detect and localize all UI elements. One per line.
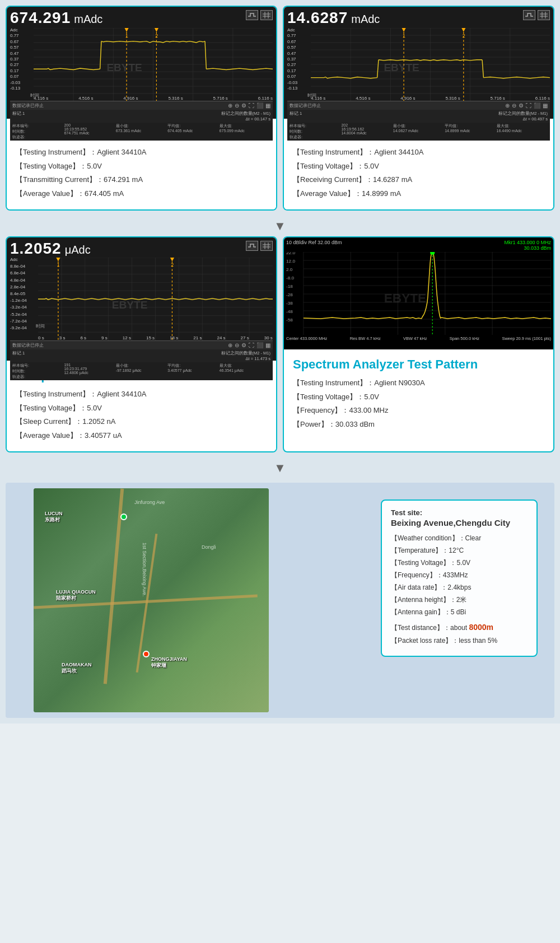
- map-section: LUCUN东路村 LUJIA QIAOCUN陆家桥村 DAOMAKAN蹈马坎 Z…: [6, 483, 554, 718]
- svg-text:2: 2: [155, 32, 158, 39]
- export-icon[interactable]: ⬛: [256, 102, 263, 109]
- transmit-instrument-line: 【Testing Instrument】：Aglient 34410A: [16, 147, 267, 158]
- transmit-x-labels: 4.116 s 4.516 s 4.916 s 5.316 s 5.716 s …: [34, 96, 273, 101]
- voltage-label: 【Testing Voltage】：5.0V: [16, 162, 102, 170]
- settings-icon3[interactable]: ⚙: [241, 342, 246, 348]
- y-label: -3.2e-04: [10, 305, 38, 310]
- transmit-value: 674.291: [10, 9, 71, 27]
- y-label: 8.4e-05: [10, 292, 38, 296]
- y-label: -1.2e-04: [10, 298, 38, 303]
- y-label: 6.8e-04: [10, 271, 38, 276]
- spectrum-chart-panel: 10 dBldiv Ref 32.00 dBm Mkr1 433.000 0 M…: [284, 237, 553, 349]
- map-site-title: Test site:: [391, 508, 528, 517]
- x-label: 3 s: [59, 335, 66, 340]
- map-voltage-line: 【Testing Voltage】：5.0V: [391, 558, 528, 568]
- zoom-in-icon[interactable]: ⊕: [228, 102, 232, 109]
- receive-svg-area: 1 2 EBYTE: [311, 28, 550, 101]
- marker-delta-label: 标记之间的数量(M2 - M1)Δt = 00.147 s: [116, 111, 270, 122]
- receive-stats-row: 样本编号:时间数:轨迹器: 20216:19:56.16214.8004 mAd…: [287, 123, 550, 141]
- transmit-chart-panel: 674.291 mAdc Adc 0.77 0.67 0.57 0.47 0.3…: [7, 7, 276, 119]
- min-label3: 最小值:-97.1892 μAdc: [116, 363, 167, 380]
- svg-text:1: 1: [57, 262, 60, 268]
- sample-label2: 样本编号:时间数:轨迹器:: [290, 123, 340, 140]
- fit-icon2[interactable]: ⛶: [526, 102, 531, 109]
- spectrum-info-panel: Spectrum Analyzer Test Pattern 【Testing …: [284, 349, 553, 440]
- marker-empty: [64, 111, 115, 122]
- sleep-instrument-line: 【Testing Instrument】：Aglient 34410A: [16, 389, 267, 400]
- zoom-out-icon2[interactable]: ⊖: [512, 102, 516, 109]
- sample-label: 样本编号:时间数:轨迹器:: [12, 123, 63, 140]
- grid4-icon[interactable]: ▦: [265, 342, 270, 348]
- sleep-x-axis-label: 时间: [36, 323, 45, 329]
- map-pktloss-line: 【Packet loss rate】：less than 5%: [391, 636, 528, 646]
- receive-voltage-line: 【Testing Voltage】：5.0V: [293, 161, 544, 172]
- zoom-out-icon[interactable]: ⊖: [235, 102, 239, 109]
- export-icon2[interactable]: ⬛: [534, 102, 540, 109]
- spectrum-ref: Ref 32.00 dBm: [309, 240, 342, 245]
- transmit-chart-icons: [246, 10, 273, 20]
- sleep-chart-panel: 1.2052 μAdc Adc 8.8e-04 6.8e-04 4.8e-04 …: [7, 237, 276, 361]
- grid-icon: [260, 10, 273, 20]
- sleep-x-labels: 0 s 3 s 6 s 9 s 12 s 15 s 18 s 21 s 24 s…: [38, 335, 273, 340]
- svg-marker-76: [56, 258, 60, 262]
- svg-marker-49: [461, 28, 465, 32]
- fit-icon3[interactable]: ⛶: [249, 342, 254, 348]
- y-label: 0.17: [10, 69, 34, 73]
- x-label: 21 s: [193, 335, 202, 340]
- spectrum-resbw: Res BW 4.7 kHz: [350, 336, 381, 341]
- receive-x-axis-label: 时间: [307, 92, 316, 99]
- x-label: 5.316 s: [168, 96, 183, 101]
- svg-text:2: 2: [171, 262, 174, 268]
- zoom-out-icon3[interactable]: ⊖: [235, 342, 239, 348]
- transmit-stats-header: 标记 1 标记之间的数量(M2 - M1)Δt = 00.147 s: [10, 110, 273, 123]
- map-antgain-line: 【Antenna gain】：5 dBi: [391, 607, 528, 617]
- footer-label3: 数据记录已停止: [12, 342, 44, 348]
- fit-icon[interactable]: ⛶: [249, 102, 254, 109]
- spectrum-footer: Center 433.0000 MHz Res BW 4.7 kHz VBW 4…: [286, 336, 551, 341]
- zoom-in-icon2[interactable]: ⊕: [505, 102, 510, 109]
- zoom-in-icon3[interactable]: ⊕: [228, 342, 232, 348]
- svg-text:-8.0: -8.0: [286, 276, 295, 281]
- sleep-chart-icons: [246, 241, 273, 251]
- svg-text:2.0: 2.0: [286, 267, 293, 272]
- x-label: 5.316 s: [445, 96, 460, 101]
- grid3-icon[interactable]: ▦: [543, 102, 548, 109]
- y-label: 4.8e-04: [10, 278, 38, 283]
- transmit-voltage-line: 【Testing Voltage】：5.0V: [16, 161, 267, 172]
- map-marker-end: [143, 651, 150, 657]
- max-label3: 最大值:46.3541 μAdc: [220, 363, 270, 380]
- svg-text:1: 1: [403, 32, 405, 39]
- avg-label: 【Average Value】：674.405 mA: [16, 189, 124, 198]
- x-label: 4.916 s: [123, 96, 138, 101]
- x-label: 4.516 s: [78, 96, 93, 101]
- svg-text:-18: -18: [286, 284, 293, 289]
- sleep-footer: 数据记录已停止 ⊕ ⊖ ⚙ ⛶ ⬛ ▦: [10, 340, 273, 349]
- svg-marker-46: [402, 28, 405, 32]
- x-label: 4.916 s: [400, 96, 415, 101]
- grid2-icon[interactable]: ▦: [265, 102, 270, 109]
- max-label: 最大值:675.099 mAdc: [220, 123, 270, 140]
- receive-x-labels: 4.116 s 4.516 s 4.916 s 5.316 s 5.716 s …: [311, 96, 550, 101]
- x-label: 5.716 s: [491, 96, 505, 101]
- receive-y-labels: Adc 0.77 0.67 0.57 0.47 0.37 0.27 0.17 0…: [287, 28, 311, 91]
- y-label: -0.03: [10, 81, 34, 85]
- sleep-voltage-line: 【Testing Voltage】：5.0V: [16, 403, 267, 414]
- map-marker-start: [120, 513, 127, 520]
- y-label: 2.8e-04: [10, 285, 38, 290]
- x-label: 6.116 s: [258, 96, 273, 101]
- receive-chart-area: Adc 0.77 0.67 0.57 0.47 0.37 0.27 0.17 0…: [287, 28, 550, 101]
- export-icon3[interactable]: ⬛: [256, 342, 263, 348]
- x-label: 5.716 s: [213, 96, 228, 101]
- marker-power: 30.033 dBm: [504, 245, 551, 251]
- sleep-stats-header: 标记 1 标记之间的数量(M2 - M1)Δt = 11.473 s: [10, 349, 273, 362]
- transmit-unit: mAdc: [74, 13, 102, 26]
- settings-icon2[interactable]: ⚙: [519, 102, 524, 109]
- receive-unit: mAdc: [351, 13, 380, 26]
- settings-icon[interactable]: ⚙: [241, 102, 246, 109]
- svg-text:12.0: 12.0: [286, 259, 295, 264]
- svg-text:EBYTE: EBYTE: [384, 62, 419, 73]
- marker-empty3: [64, 351, 115, 361]
- svg-text:-58: -58: [286, 318, 293, 323]
- y-label: -0.13: [10, 86, 34, 91]
- sleep-current-line: 【Sleep Current】：1.2052 nA: [16, 416, 267, 427]
